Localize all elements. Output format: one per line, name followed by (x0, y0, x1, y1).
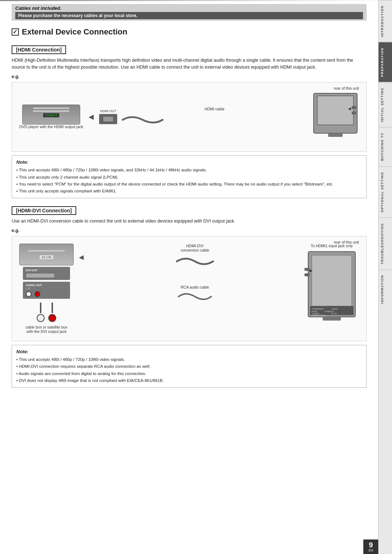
rca-cable-label: RCA audio cable (181, 285, 209, 289)
hdmi-dvi-note-title: Note: (16, 348, 362, 355)
hdmi-dvi-eg-label: e.g. (12, 228, 367, 233)
hdmi-dvi-subsection-title: [HDMI-DVI Connection] (12, 206, 76, 215)
svg-rect-19 (323, 317, 341, 321)
sidebar-tab-watching-tv[interactable]: WATCHING TV (379, 127, 392, 166)
svg-text:PC IN: PC IN (332, 313, 337, 315)
hdmi-diagram: 563B74 DVD player with the HDMI output j… (16, 86, 363, 148)
svg-rect-2 (328, 133, 343, 137)
tv-svg (312, 91, 359, 142)
hdmi-dvi-note-item-2: HDMI-DVI connection requires separate RC… (16, 363, 362, 370)
hdmi-dvi-note-item-4: DVI does not display 480i image that is … (16, 378, 362, 384)
dvd-line-1 (33, 107, 69, 109)
hdmi-cable-svg (121, 113, 164, 127)
dvd-player-device: 563B74 (22, 105, 80, 125)
hdmi-dvi-section: [HDMI-DVI Connection] Use an HDMI-DVI co… (12, 202, 367, 388)
conversion-cable-label: conversion cable (180, 248, 209, 252)
rca-cable-svg (177, 289, 213, 304)
main-content: Cables not included. Please purchase the… (0, 4, 378, 402)
svg-rect-3 (352, 106, 356, 109)
hdmi-dvi-note-item-1: This unit accepts 480i / 480p / 720p / 1… (16, 357, 362, 363)
rca-connector-group (37, 302, 56, 322)
hdmi-diagram-container: rear of this unit 563B74 DVD player with… (12, 82, 367, 152)
sidebar-tab-introduction[interactable]: INTRODUCTION (379, 0, 392, 42)
hdmi-note-item-4: This unit only accepts signals compliant… (16, 188, 362, 194)
hdmi-dvi-note-box: Note: This unit accepts 480i / 480p / 72… (12, 345, 367, 388)
cable-box-caption-1: cable box or satellite box (25, 325, 68, 329)
tv-rear-svg: COMPONENT PB PR AUDIO R HDMI1 R S VIDEO … (305, 250, 359, 322)
svg-rect-1 (317, 96, 354, 125)
hdmi-body-text: HDMI (High-Definition Multimedia Interfa… (12, 57, 367, 71)
audio-out-ports (26, 291, 67, 297)
top-rule (0, 0, 392, 1)
to-hdmi1-group: To HDMI1 input jack only COMPONENT PB PR… (305, 244, 359, 322)
svg-rect-4 (352, 111, 356, 114)
tv-group (312, 91, 359, 142)
sidebar: INTRODUCTION PREPARATION INITIAL SETTING… (378, 0, 392, 554)
rca-white-connector (37, 302, 45, 322)
hdmi-eg-label: e.g. (12, 74, 367, 79)
dvi-out-label: DVI OUT (26, 269, 67, 272)
audio-port-r (34, 291, 40, 297)
sidebar-tab-troubleshooting[interactable]: TROUBLESHOOTING (379, 217, 392, 269)
hdmi-dvi-note-item-3: Audio signals are converted from digital… (16, 371, 362, 377)
cables-italic-text: Cables not included. (15, 5, 363, 11)
rca-red-circle (48, 314, 56, 322)
cable-box-caption: cable box or satellite box with the DVI … (25, 325, 68, 334)
hdmi-cable-label: HDMI cable (205, 107, 225, 111)
hdmi-cable-line-wrapper (121, 113, 308, 127)
rca-red-connector (48, 302, 56, 322)
cable-box-caption-2: with the DVI output jack (26, 329, 66, 334)
checkbox-icon (12, 28, 19, 36)
svg-text:COMPONENT: COMPONENT (312, 308, 324, 310)
sidebar-tab-optional-setting[interactable]: OPTIONAL SETTING (379, 166, 392, 217)
section-title: External Device Connection (12, 27, 367, 37)
hdmi-note-title: Note: (16, 159, 362, 166)
audio-out-label: AUDIO OUT (26, 284, 67, 287)
sidebar-tab-information[interactable]: INFORMATION (379, 269, 392, 309)
hdmi-subsection-title: [HDMI Connection] (12, 45, 66, 54)
rca-white-stem (40, 302, 41, 313)
hdmi-out-label: HDMI OUT (100, 109, 117, 113)
dvi-arrow: ◄ (77, 253, 85, 262)
hdmi-cable-group: HDMI cable (121, 107, 308, 127)
cable-box-display: 10 17A (40, 255, 53, 259)
rca-red-stem (52, 302, 53, 313)
dvi-cable-svg (173, 252, 217, 270)
dvd-player-group: 563B74 DVD player with the HDMI output j… (19, 105, 83, 129)
svg-text:AUDIO: AUDIO (332, 308, 338, 310)
cables-purchase-text: Please purchase the necessary cables at … (15, 12, 363, 19)
hdmi-dvi-diagram-container: rear of this unit 10 17A DVI OUT (12, 236, 367, 341)
dvd-caption: DVD player with the HDMI output jack (19, 125, 83, 129)
hdmi-dvi-note-list: This unit accepts 480i / 480p / 720p / 1… (16, 357, 362, 384)
svg-text:AUDIO COAXIAL: AUDIO COAXIAL (312, 314, 326, 317)
to-hdmi1-label: To HDMI1 input jack only (311, 244, 353, 248)
sidebar-tab-initial-setting[interactable]: INITIAL SETTING (379, 82, 392, 127)
page-number: 9 (369, 541, 373, 549)
hdmi-dvi-diagram: 10 17A DVI OUT AUDIO OUT L R (16, 240, 363, 337)
hdmi-dvi-cable-label: HDMI-DVI conversion cable (180, 244, 209, 252)
hdmi-dvi-body-text: Use an HDMI-DVI conversion cable to conn… (12, 218, 367, 225)
hdmi-out-connector (99, 114, 117, 124)
svg-rect-16 (305, 268, 310, 271)
hdmi-arrow: ◄ (87, 112, 95, 122)
cable-box-group: 10 17A DVI OUT AUDIO OUT L R (19, 244, 74, 334)
dvd-display: 563B74 (43, 113, 59, 117)
page-lang: EN (368, 549, 373, 552)
svg-rect-17 (305, 273, 310, 276)
cable-box-device: 10 17A (19, 244, 74, 265)
cable-box-line-1 (28, 250, 65, 252)
rca-white-circle (37, 314, 45, 322)
dvi-out-port (26, 273, 55, 278)
dvi-out-block: DVI OUT (23, 267, 70, 280)
hdmi-dvi-label: HDMI-DVI (186, 244, 204, 248)
hdmi-note-item-2: This unit accepts only 2 channel audio s… (16, 174, 362, 180)
section-title-text: External Device Connection (22, 27, 127, 37)
dvi-cable-group: HDMI-DVI conversion cable RCA audio cabl… (89, 244, 301, 304)
sidebar-tab-preparation[interactable]: PREPARATION (379, 42, 392, 82)
dvd-player-inner: 563B74 (23, 105, 80, 120)
hdmi-note-list: This unit accepts 480i / 480p / 720p / 1… (16, 167, 362, 194)
cables-banner: Cables not included. Please purchase the… (12, 4, 367, 21)
hdmi-connection-section: [HDMI Connection] HDMI (High-Definition … (12, 41, 367, 198)
hdmi-note-box: Note: This unit accepts 480i / 480p / 72… (12, 155, 367, 199)
audio-port-l (26, 291, 32, 297)
